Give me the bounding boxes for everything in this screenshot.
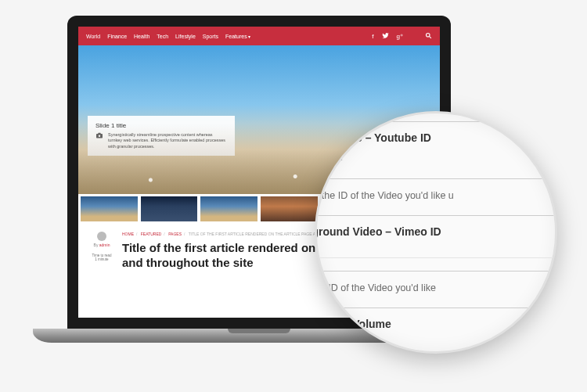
input-vimeo[interactable] (315, 244, 557, 258)
byline: By admin (89, 243, 114, 247)
nav-item-finance[interactable]: Finance (107, 34, 127, 39)
social-icons: f g⁺ (372, 32, 432, 41)
thumbnail[interactable] (140, 196, 199, 222)
help-vimeo: ovide the ID of the Video you'd like (315, 278, 557, 298)
nav-item-world[interactable]: World (86, 34, 100, 39)
crumb-home[interactable]: HOME (122, 232, 134, 236)
nav-menu: World Finance Health Tech Lifestyle Spor… (86, 34, 250, 39)
google-plus-icon[interactable]: g⁺ (397, 33, 403, 40)
field-vimeo: Background Video – Vimeo ID (315, 215, 557, 271)
twitter-icon[interactable] (382, 32, 389, 41)
nav-item-lifestyle[interactable]: Lifestyle (175, 34, 196, 39)
slide-caption-card: Slide 1 title Synergistically streamline… (88, 116, 235, 156)
nav-item-features[interactable]: Features (225, 34, 250, 39)
author-avatar-icon (97, 232, 106, 241)
crumb-featured[interactable]: FEATURED (141, 232, 162, 236)
magnified-settings-panel: ded pixel dimens kground Video – Youtube… (315, 111, 557, 346)
laptop-notch (228, 329, 290, 333)
label-vimeo: Background Video – Vimeo ID (315, 222, 557, 244)
thumbnail[interactable] (200, 196, 258, 222)
field-youtube-help: Provide the ID of the Video you'd like u (315, 178, 557, 215)
svg-point-2 (99, 135, 100, 137)
article-meta: By admin Time to read 1 minute (89, 232, 114, 271)
search-icon[interactable] (425, 32, 432, 41)
facebook-icon[interactable]: f (372, 33, 373, 40)
by-label: By (94, 243, 99, 247)
help-youtube: Provide the ID of the Video you'd like u (315, 185, 557, 206)
svg-point-0 (427, 33, 430, 37)
thumbnail[interactable] (260, 196, 319, 222)
thumbnail[interactable] (80, 196, 139, 222)
slide-title: Slide 1 title (95, 122, 227, 129)
crumb-pages[interactable]: PAGES (168, 232, 182, 236)
nav-item-tech[interactable]: Tech (157, 34, 168, 39)
slide-description: Synergistically streamline prospective c… (108, 132, 227, 149)
camera-icon (95, 132, 103, 140)
nav-item-health[interactable]: Health (134, 34, 149, 39)
magnifier-lens: ded pixel dimens kground Video – Youtube… (315, 111, 557, 354)
value-youtube[interactable]: wbvpOIIBQA (315, 150, 557, 169)
author-link[interactable]: admin (99, 243, 110, 247)
svg-line-1 (430, 36, 431, 38)
time-to-read: Time to read 1 minute (89, 254, 114, 262)
ttr-value: 1 minute (89, 257, 114, 261)
top-navbar: World Finance Health Tech Lifestyle Spor… (78, 27, 440, 45)
field-vimeo-help: ovide the ID of the Video you'd like (315, 271, 557, 307)
nav-item-sports[interactable]: Sports (203, 34, 218, 39)
